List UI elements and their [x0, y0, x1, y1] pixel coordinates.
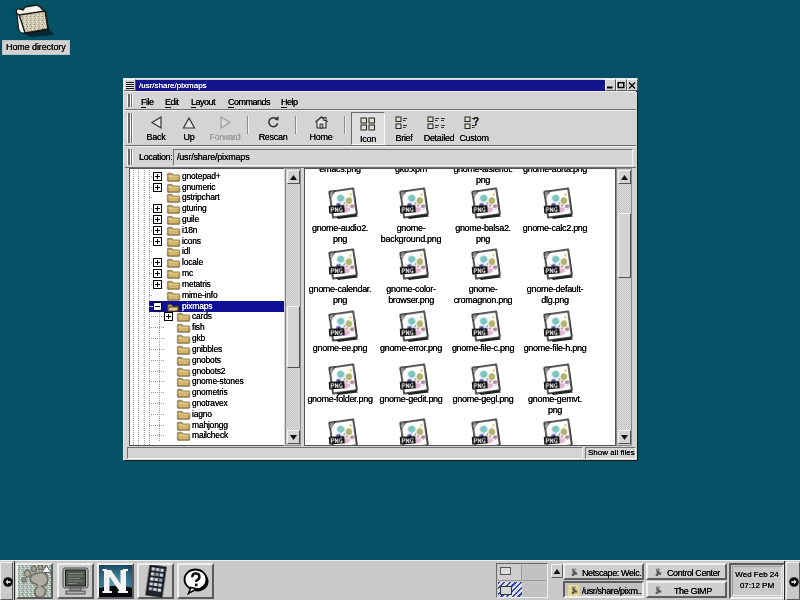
- svg-text:?: ?: [473, 116, 479, 127]
